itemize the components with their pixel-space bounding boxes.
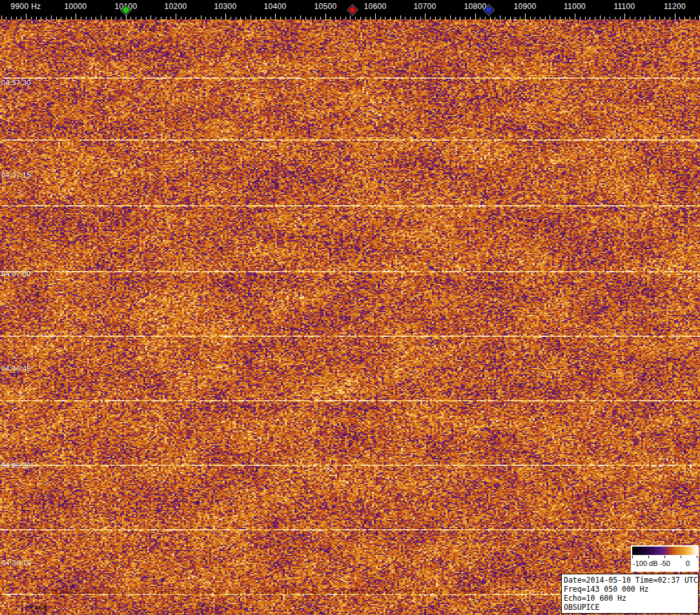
freq-tick xyxy=(41,17,41,19)
freq-tick xyxy=(31,17,32,19)
time-axis-label: 04:37:30 xyxy=(1,79,31,86)
freq-tick xyxy=(305,17,306,19)
freq-tick xyxy=(116,17,116,19)
freq-tick xyxy=(370,17,371,19)
freq-tick xyxy=(225,14,226,19)
freq-tick xyxy=(161,17,161,19)
freq-tick xyxy=(435,17,436,19)
marker-red-diamond-icon[interactable] xyxy=(347,5,358,15)
freq-tick xyxy=(695,17,695,19)
freq-tick xyxy=(236,17,236,19)
freq-tick xyxy=(216,17,216,19)
freq-tick xyxy=(320,17,321,19)
info-frequency: Freq=143 050 000 Hz xyxy=(564,585,696,594)
freq-tick xyxy=(670,17,670,19)
db-color-scale: -100 dB -50 0 xyxy=(631,545,699,572)
freq-tick xyxy=(685,17,685,19)
freq-axis-label: 10600 xyxy=(364,2,387,11)
freq-tick xyxy=(650,15,650,19)
freq-tick xyxy=(510,17,511,19)
freq-tick xyxy=(285,17,286,19)
freq-tick xyxy=(71,17,72,19)
time-offset-label: ^t+08 xyxy=(26,604,47,612)
freq-tick xyxy=(141,17,141,19)
freq-axis-label: 10200 xyxy=(165,2,187,11)
freq-tick xyxy=(465,17,466,19)
freq-tick xyxy=(400,15,401,19)
freq-tick xyxy=(271,17,271,19)
freq-tick xyxy=(245,17,246,19)
observation-info-box: Date=2014-05-10 Time=02:37 UTC Freq=143 … xyxy=(561,574,699,614)
freq-tick xyxy=(655,17,655,19)
freq-axis-label: 10900 xyxy=(514,2,537,11)
freq-axis-label: 10500 xyxy=(314,2,337,11)
freq-tick xyxy=(640,17,641,19)
freq-tick xyxy=(515,17,515,19)
freq-tick xyxy=(425,14,426,19)
freq-tick xyxy=(495,17,495,19)
freq-tick xyxy=(380,17,381,19)
freq-tick xyxy=(540,17,540,19)
freq-tick xyxy=(659,17,660,19)
freq-tick xyxy=(460,17,460,19)
frequency-axis: 9900 Hz100001010010200103001040010500106… xyxy=(0,0,700,19)
freq-tick xyxy=(450,15,451,19)
freq-tick xyxy=(455,17,456,19)
freq-tick xyxy=(595,17,595,19)
time-axis-label: 04:36:15 xyxy=(1,559,31,567)
freq-tick xyxy=(205,17,206,19)
freq-tick xyxy=(6,17,6,19)
freq-tick xyxy=(21,17,21,19)
freq-tick xyxy=(410,17,411,19)
freq-tick xyxy=(335,17,336,19)
freq-tick xyxy=(1,15,2,19)
info-station-name: OBSUPICE xyxy=(564,603,696,612)
freq-tick xyxy=(505,17,506,19)
freq-tick xyxy=(61,17,61,19)
freq-tick xyxy=(545,17,546,19)
freq-tick xyxy=(520,17,520,19)
freq-tick xyxy=(51,15,52,19)
freq-axis-label: 11100 xyxy=(613,2,635,11)
detection-annotation: 20140510022500448 hCnt1Bnb-80 f10616 hl2… xyxy=(35,589,489,596)
time-axis-label: 04:36:30 xyxy=(1,461,31,469)
freq-tick xyxy=(291,17,291,19)
freq-tick xyxy=(185,17,186,19)
freq-tick xyxy=(615,17,615,19)
freq-tick xyxy=(635,17,635,19)
freq-tick xyxy=(130,17,131,19)
freq-tick xyxy=(340,17,341,19)
freq-tick xyxy=(530,17,531,19)
freq-tick xyxy=(260,17,261,19)
freq-axis-label: 10400 xyxy=(264,2,287,11)
freq-tick xyxy=(490,17,491,19)
freq-tick xyxy=(385,17,386,19)
freq-tick xyxy=(375,14,376,19)
freq-tick xyxy=(315,17,316,19)
freq-tick xyxy=(330,17,331,19)
legend-label-max-db: 0 xyxy=(686,560,690,567)
freq-tick xyxy=(604,17,605,19)
freq-tick xyxy=(630,17,630,19)
freq-tick xyxy=(91,17,92,19)
freq-tick xyxy=(535,17,535,19)
freq-tick xyxy=(325,14,326,19)
freq-tick xyxy=(101,15,101,19)
freq-tick xyxy=(166,17,167,19)
freq-tick xyxy=(150,15,151,19)
freq-tick xyxy=(624,14,625,19)
freq-tick xyxy=(231,17,231,19)
freq-tick xyxy=(430,17,431,19)
legend-label-mid-db: -50 xyxy=(660,560,670,567)
freq-tick xyxy=(221,17,221,19)
freq-axis-label: 9900 Hz xyxy=(11,2,41,11)
freq-tick xyxy=(111,17,112,19)
freq-tick xyxy=(136,17,136,19)
freq-axis-label: 10000 xyxy=(65,2,87,11)
legend-tick xyxy=(664,556,665,558)
freq-tick xyxy=(550,15,550,19)
freq-tick xyxy=(211,17,211,19)
freq-tick xyxy=(570,17,570,19)
freq-tick xyxy=(560,17,561,19)
freq-tick xyxy=(395,17,396,19)
